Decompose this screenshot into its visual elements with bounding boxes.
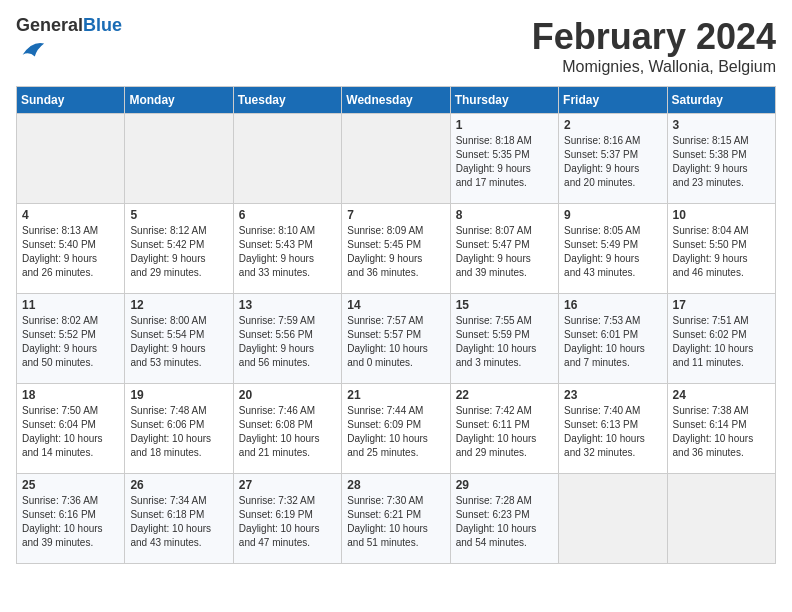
calendar-cell: 6Sunrise: 8:10 AM Sunset: 5:43 PM Daylig…	[233, 204, 341, 294]
calendar-cell	[342, 114, 450, 204]
calendar-table: SundayMondayTuesdayWednesdayThursdayFrid…	[16, 86, 776, 564]
logo-general-text: General	[16, 15, 83, 35]
week-row-3: 11Sunrise: 8:02 AM Sunset: 5:52 PM Dayli…	[17, 294, 776, 384]
day-info: Sunrise: 8:09 AM Sunset: 5:45 PM Dayligh…	[347, 224, 444, 280]
day-info: Sunrise: 7:44 AM Sunset: 6:09 PM Dayligh…	[347, 404, 444, 460]
week-row-1: 1Sunrise: 8:18 AM Sunset: 5:35 PM Daylig…	[17, 114, 776, 204]
day-info: Sunrise: 7:28 AM Sunset: 6:23 PM Dayligh…	[456, 494, 553, 550]
day-info: Sunrise: 7:32 AM Sunset: 6:19 PM Dayligh…	[239, 494, 336, 550]
column-header-friday: Friday	[559, 87, 667, 114]
column-header-tuesday: Tuesday	[233, 87, 341, 114]
day-number: 28	[347, 478, 444, 492]
week-row-5: 25Sunrise: 7:36 AM Sunset: 6:16 PM Dayli…	[17, 474, 776, 564]
day-number: 11	[22, 298, 119, 312]
calendar-cell: 26Sunrise: 7:34 AM Sunset: 6:18 PM Dayli…	[125, 474, 233, 564]
day-info: Sunrise: 8:18 AM Sunset: 5:35 PM Dayligh…	[456, 134, 553, 190]
day-number: 1	[456, 118, 553, 132]
day-info: Sunrise: 7:48 AM Sunset: 6:06 PM Dayligh…	[130, 404, 227, 460]
logo-blue-text: Blue	[83, 15, 122, 35]
day-number: 20	[239, 388, 336, 402]
calendar-cell: 19Sunrise: 7:48 AM Sunset: 6:06 PM Dayli…	[125, 384, 233, 474]
day-info: Sunrise: 7:53 AM Sunset: 6:01 PM Dayligh…	[564, 314, 661, 370]
day-number: 2	[564, 118, 661, 132]
calendar-cell	[125, 114, 233, 204]
day-info: Sunrise: 7:34 AM Sunset: 6:18 PM Dayligh…	[130, 494, 227, 550]
week-row-2: 4Sunrise: 8:13 AM Sunset: 5:40 PM Daylig…	[17, 204, 776, 294]
day-number: 9	[564, 208, 661, 222]
calendar-cell: 29Sunrise: 7:28 AM Sunset: 6:23 PM Dayli…	[450, 474, 558, 564]
day-info: Sunrise: 7:42 AM Sunset: 6:11 PM Dayligh…	[456, 404, 553, 460]
calendar-cell: 27Sunrise: 7:32 AM Sunset: 6:19 PM Dayli…	[233, 474, 341, 564]
day-info: Sunrise: 8:12 AM Sunset: 5:42 PM Dayligh…	[130, 224, 227, 280]
calendar-cell: 15Sunrise: 7:55 AM Sunset: 5:59 PM Dayli…	[450, 294, 558, 384]
day-number: 8	[456, 208, 553, 222]
day-number: 10	[673, 208, 770, 222]
calendar-cell: 12Sunrise: 8:00 AM Sunset: 5:54 PM Dayli…	[125, 294, 233, 384]
calendar-cell	[233, 114, 341, 204]
day-info: Sunrise: 8:02 AM Sunset: 5:52 PM Dayligh…	[22, 314, 119, 370]
day-number: 5	[130, 208, 227, 222]
day-number: 21	[347, 388, 444, 402]
day-number: 14	[347, 298, 444, 312]
calendar-cell: 20Sunrise: 7:46 AM Sunset: 6:08 PM Dayli…	[233, 384, 341, 474]
column-header-wednesday: Wednesday	[342, 87, 450, 114]
day-number: 4	[22, 208, 119, 222]
column-header-monday: Monday	[125, 87, 233, 114]
calendar-cell: 4Sunrise: 8:13 AM Sunset: 5:40 PM Daylig…	[17, 204, 125, 294]
column-header-sunday: Sunday	[17, 87, 125, 114]
day-info: Sunrise: 7:59 AM Sunset: 5:56 PM Dayligh…	[239, 314, 336, 370]
calendar-header-row: SundayMondayTuesdayWednesdayThursdayFrid…	[17, 87, 776, 114]
day-number: 3	[673, 118, 770, 132]
day-info: Sunrise: 7:46 AM Sunset: 6:08 PM Dayligh…	[239, 404, 336, 460]
day-number: 12	[130, 298, 227, 312]
day-number: 17	[673, 298, 770, 312]
day-number: 27	[239, 478, 336, 492]
calendar-cell	[667, 474, 775, 564]
calendar-cell: 13Sunrise: 7:59 AM Sunset: 5:56 PM Dayli…	[233, 294, 341, 384]
day-info: Sunrise: 8:13 AM Sunset: 5:40 PM Dayligh…	[22, 224, 119, 280]
day-info: Sunrise: 7:36 AM Sunset: 6:16 PM Dayligh…	[22, 494, 119, 550]
calendar-cell: 3Sunrise: 8:15 AM Sunset: 5:38 PM Daylig…	[667, 114, 775, 204]
calendar-cell: 24Sunrise: 7:38 AM Sunset: 6:14 PM Dayli…	[667, 384, 775, 474]
day-number: 25	[22, 478, 119, 492]
day-number: 13	[239, 298, 336, 312]
calendar-cell: 7Sunrise: 8:09 AM Sunset: 5:45 PM Daylig…	[342, 204, 450, 294]
calendar-cell: 18Sunrise: 7:50 AM Sunset: 6:04 PM Dayli…	[17, 384, 125, 474]
day-number: 26	[130, 478, 227, 492]
calendar-cell	[17, 114, 125, 204]
calendar-cell: 2Sunrise: 8:16 AM Sunset: 5:37 PM Daylig…	[559, 114, 667, 204]
calendar-cell: 16Sunrise: 7:53 AM Sunset: 6:01 PM Dayli…	[559, 294, 667, 384]
month-title: February 2024	[532, 16, 776, 58]
day-number: 16	[564, 298, 661, 312]
day-info: Sunrise: 8:10 AM Sunset: 5:43 PM Dayligh…	[239, 224, 336, 280]
calendar-cell: 10Sunrise: 8:04 AM Sunset: 5:50 PM Dayli…	[667, 204, 775, 294]
calendar-cell: 17Sunrise: 7:51 AM Sunset: 6:02 PM Dayli…	[667, 294, 775, 384]
logo-bird-icon	[18, 36, 46, 64]
day-info: Sunrise: 7:50 AM Sunset: 6:04 PM Dayligh…	[22, 404, 119, 460]
day-number: 7	[347, 208, 444, 222]
day-info: Sunrise: 8:00 AM Sunset: 5:54 PM Dayligh…	[130, 314, 227, 370]
calendar-cell: 11Sunrise: 8:02 AM Sunset: 5:52 PM Dayli…	[17, 294, 125, 384]
day-info: Sunrise: 7:40 AM Sunset: 6:13 PM Dayligh…	[564, 404, 661, 460]
day-info: Sunrise: 8:07 AM Sunset: 5:47 PM Dayligh…	[456, 224, 553, 280]
day-number: 24	[673, 388, 770, 402]
day-number: 29	[456, 478, 553, 492]
day-number: 15	[456, 298, 553, 312]
calendar-cell: 9Sunrise: 8:05 AM Sunset: 5:49 PM Daylig…	[559, 204, 667, 294]
week-row-4: 18Sunrise: 7:50 AM Sunset: 6:04 PM Dayli…	[17, 384, 776, 474]
title-block: February 2024 Momignies, Wallonia, Belgi…	[532, 16, 776, 76]
calendar-cell: 5Sunrise: 8:12 AM Sunset: 5:42 PM Daylig…	[125, 204, 233, 294]
day-info: Sunrise: 7:57 AM Sunset: 5:57 PM Dayligh…	[347, 314, 444, 370]
calendar-cell: 23Sunrise: 7:40 AM Sunset: 6:13 PM Dayli…	[559, 384, 667, 474]
column-header-saturday: Saturday	[667, 87, 775, 114]
column-header-thursday: Thursday	[450, 87, 558, 114]
day-number: 23	[564, 388, 661, 402]
day-number: 6	[239, 208, 336, 222]
day-info: Sunrise: 7:51 AM Sunset: 6:02 PM Dayligh…	[673, 314, 770, 370]
logo: GeneralBlue	[16, 16, 122, 68]
calendar-cell: 14Sunrise: 7:57 AM Sunset: 5:57 PM Dayli…	[342, 294, 450, 384]
calendar-cell: 25Sunrise: 7:36 AM Sunset: 6:16 PM Dayli…	[17, 474, 125, 564]
calendar-cell: 28Sunrise: 7:30 AM Sunset: 6:21 PM Dayli…	[342, 474, 450, 564]
calendar-cell: 21Sunrise: 7:44 AM Sunset: 6:09 PM Dayli…	[342, 384, 450, 474]
day-info: Sunrise: 8:15 AM Sunset: 5:38 PM Dayligh…	[673, 134, 770, 190]
